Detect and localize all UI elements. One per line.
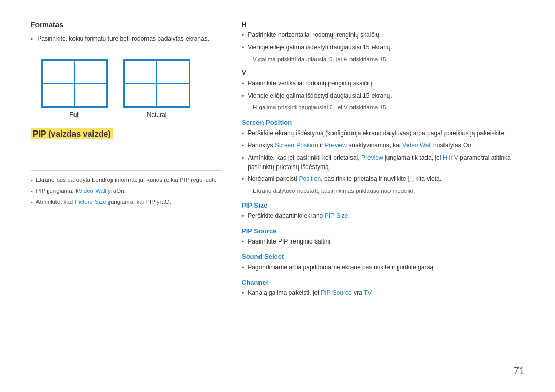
grid-cell — [42, 60, 75, 84]
screen-position-label: Screen Position — [242, 119, 524, 126]
sp-bullet4: • Norėdami pakeisti Position, pasirinkit… — [242, 174, 524, 184]
screen-position-section: Screen Position • Perširkite ekranų išdė… — [242, 119, 524, 195]
pip-title: PIP (vaizdas vaizde) — [31, 128, 221, 139]
bullet-icon: • — [242, 31, 244, 40]
h-label: H — [242, 21, 524, 28]
grid-cell — [124, 60, 157, 84]
right-column: H • Pasirinkite horizontaliai rodomų įre… — [242, 21, 524, 371]
channel-section: Channel • Kanalą galima pakeisti, jei PI… — [242, 278, 524, 298]
bullet-icon: • — [242, 141, 244, 151]
bullet-icon: • — [242, 43, 244, 52]
sp-subnote: Ekrano dalytuvo nuostatų pasirinkimas pr… — [242, 186, 524, 195]
h-bullet1: • Pasirinkite horizontaliai rodomų įreng… — [242, 30, 524, 40]
pip-note1: - Ekrane bus parodyta bendroji informaci… — [31, 176, 221, 184]
full-label: Full — [69, 111, 79, 118]
pip-size-link[interactable]: PIP Size — [325, 212, 348, 219]
pip-source-label: PIP Source — [242, 227, 524, 235]
dash-icon: - — [31, 176, 33, 184]
pip-source-bullet: • Pasirinkite PIP įrenginio šaltinį. — [242, 237, 524, 247]
v-label: V — [242, 69, 524, 77]
grid-cell — [157, 84, 189, 107]
full-grid-visual — [41, 59, 108, 108]
pip-note3: - Atminkite, kad Picture Size įjungiama,… — [31, 198, 221, 207]
position-link[interactable]: Position — [299, 175, 321, 182]
grid-cell — [42, 84, 75, 107]
bullet-icon: • — [31, 34, 33, 44]
bullet-icon: • — [242, 237, 244, 247]
tv-link[interactable]: TV — [364, 289, 372, 296]
video-wall-link[interactable]: Video Wall — [79, 188, 106, 194]
natural-grid-box: Natural — [123, 59, 190, 118]
sound-select-label: Sound Select — [242, 253, 524, 260]
bullet-icon: • — [242, 91, 244, 101]
h-subnote: V galima priskirti daugiausiai 6, jei H … — [242, 55, 524, 64]
grid-images: Full Natural — [41, 59, 221, 118]
bullet-icon: • — [242, 289, 244, 298]
pip-size-bullet: • Perširkite dabartinio ekrano PIP Size. — [242, 211, 524, 221]
h-section: H • Pasirinkite horizontaliai rodomų įre… — [242, 21, 524, 64]
h-link[interactable]: H — [443, 154, 448, 161]
natural-grid-visual — [123, 59, 190, 108]
screen-position-link[interactable]: Screen Position — [275, 142, 318, 149]
sp-bullet1: • Perširkite ekranų išdėstymą (konfigūru… — [242, 128, 524, 138]
picture-size-link[interactable]: Picture Size — [75, 199, 106, 205]
pip-notes: - Ekrane bus parodyta bendroji informaci… — [31, 170, 221, 207]
h-bullet2: • Vienoje eilėje galima išdėstyti daugia… — [242, 43, 524, 52]
dash-icon: - — [31, 198, 33, 207]
grid-cell — [75, 84, 107, 107]
natural-label: Natural — [147, 111, 167, 118]
v-bullet1: • Pasirinkite vertikaliai rodomų įrengin… — [242, 79, 524, 88]
grid-cell — [75, 60, 107, 84]
pip-highlight: PIP (vaizdas vaizde) — [31, 128, 113, 139]
sp-bullet3: • Atminkite, kad jei pasirinkti keli pri… — [242, 153, 524, 172]
channel-bullet: • Kanalą galima pakeisti, jei PIP Source… — [242, 288, 524, 298]
v-bullet2: • Vienoje eilėje galima išdėstyti daugia… — [242, 91, 524, 101]
video-wall-link2[interactable]: Video Wall — [402, 142, 432, 149]
pip-size-label: PIP Size — [242, 201, 524, 209]
preview-link[interactable]: Preview — [325, 142, 347, 149]
page-number: 71 — [514, 366, 524, 377]
pip-note2: - PIP įjungiama, kVideo Wall yraOn. — [31, 186, 221, 195]
v-subnote: H galima priskirti daugiausiai 6, jei V … — [242, 103, 524, 112]
bullet-icon: • — [242, 79, 244, 88]
pip-section: PIP (vaizdas vaizde) — [31, 128, 221, 139]
full-grid-box: Full — [41, 59, 108, 118]
bullet-icon: • — [242, 154, 244, 163]
bullet-icon: • — [242, 129, 244, 138]
v-link[interactable]: V — [454, 154, 458, 161]
grid-cell — [157, 60, 189, 84]
sound-select-section: Sound Select • Pagrindiniame arba papild… — [242, 253, 524, 272]
v-section: V • Pasirinkite vertikaliai rodomų įreng… — [242, 69, 524, 112]
formatas-title: Formatas — [31, 21, 221, 29]
bullet-icon: • — [242, 175, 244, 184]
preview-link2[interactable]: Preview — [361, 154, 383, 161]
bullet-icon: • — [242, 263, 244, 272]
pip-size-section: PIP Size • Perširkite dabartinio ekrano … — [242, 201, 524, 221]
formatas-bullet1: • Pasirinkite, kokiu formatu turė bėti r… — [31, 34, 221, 44]
sp-bullet2: • Parinktys Screen Position ir Preview s… — [242, 141, 524, 151]
channel-label: Channel — [242, 278, 524, 286]
pip-source-link2[interactable]: PIP Source — [321, 289, 351, 296]
sound-select-bullet: • Pagrindiniame arba papildomame ekrane … — [242, 263, 524, 272]
bullet-icon: • — [242, 212, 244, 221]
pip-source-section: PIP Source • Pasirinkite PIP įrenginio š… — [242, 227, 524, 247]
dash-icon: - — [31, 186, 33, 195]
grid-cell — [124, 84, 157, 107]
